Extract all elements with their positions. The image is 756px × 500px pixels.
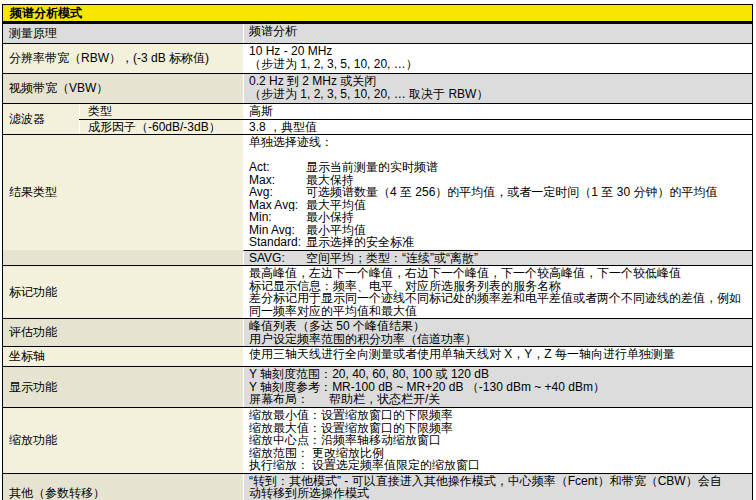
table-row-axes: 坐标轴使用三轴天线进行全向测量或者使用单轴天线对 X，Y，Z 每一轴向进行单独测… xyxy=(3,346,752,366)
filter-subrows: 类型高斯成形因子（-60dB/-3dB）3.8 ，典型值 xyxy=(79,104,752,134)
row-label-text: 坐标轴 xyxy=(9,348,45,365)
spec-line: 屏幕布局：帮助栏，状态栏开/关 xyxy=(249,393,747,406)
row-label: 标记功能 xyxy=(3,266,243,318)
spec-line: 使用三轴天线进行全向测量或者使用单轴天线对 X，Y，Z 每一轴向进行单独测量 xyxy=(249,348,747,361)
spec-term: Y 轴刻度参考： xyxy=(249,381,332,394)
spec-desc: 空间平均；类型：“连续”或“离散” xyxy=(306,252,478,265)
spec-line: Act:显示当前测量的实时频谱 xyxy=(249,161,747,174)
row-label: 结果类型 xyxy=(3,135,243,250)
row-value: SAVG:空间平均；类型：“连续”或“离散” xyxy=(243,250,752,266)
spec-desc: 更改缩放比例 xyxy=(312,447,384,460)
subrow-value: 3.8 ，典型值 xyxy=(243,120,752,135)
filter-subrow: 成形因子（-60dB/-3dB）3.8 ，典型值 xyxy=(79,119,752,135)
spec-line: 标记显示信息：频率、电平、对应所选服务列表的服务名称 xyxy=(249,280,747,293)
subrow-value: 高斯 xyxy=(243,104,752,119)
spec-line: 同一频率对应的平均值和最大值 xyxy=(249,305,747,318)
row-value: “转到：其他模式” - 可以直接进入其他操作模式，中心频率（Fcent）和带宽（… xyxy=(243,474,752,500)
table-row-rbw: 分辨率带宽（RBW），(-3 dB 标称值)10 Hz - 20 MHz（步进为… xyxy=(3,43,752,73)
row-value: 最高峰值，左边下一个峰值，右边下一个峰值，下一个较高峰值，下一个较低峰值标记显示… xyxy=(243,266,752,318)
spec-line: 0.2 Hz 到 2 MHz 或关闭 xyxy=(249,75,747,88)
spec-line: Max Avg:最大平均值 xyxy=(249,199,747,212)
subrow-label: 类型 xyxy=(79,104,243,119)
spec-term: Avg: xyxy=(249,186,306,199)
spec-desc: 显示当前测量的实时频谱 xyxy=(306,161,438,174)
spec-line: （步进为 1, 2, 3, 5, 10, 20, … 取决于 RBW） xyxy=(249,88,747,101)
spec-line: “转到：其他模式” - 可以直接进入其他操作模式，中心频率（Fcent）和带宽（… xyxy=(249,475,747,488)
spec-desc: 设置缩放窗口的下限频率 xyxy=(321,409,453,422)
spec-line: 10 Hz - 20 MHz xyxy=(249,45,747,58)
spec-line: 动转移到所选操作模式 xyxy=(249,487,747,500)
spec-desc: 帮助栏，状态栏开/关 xyxy=(329,393,440,406)
row-value: 0.2 Hz 到 2 MHz 或关闭（步进为 1, 2, 3, 5, 10, 2… xyxy=(243,74,752,103)
row-label: 测量原理 xyxy=(3,24,243,43)
spec-line: 执行缩放：设置选定频率值限定的缩放窗口 xyxy=(249,459,747,472)
spec-line: 频谱分析 xyxy=(249,25,747,38)
spec-line: Avg:可选频谱数量（4 至 256）的平均值，或者一定时间（1 至 30 分钟… xyxy=(249,186,747,199)
row-label: 显示功能 xyxy=(3,367,243,407)
spec-desc: 显示选择的安全标准 xyxy=(306,236,414,249)
row-label-text: 其他（参数转移） xyxy=(9,485,105,500)
filter-subrow: 类型高斯 xyxy=(79,104,752,119)
row-label: 视频带宽（VBW） xyxy=(3,74,243,103)
spec-line: 缩放中心点：沿频率轴移动缩放窗口 xyxy=(249,434,747,447)
row-label: 坐标轴 xyxy=(3,347,243,366)
spec-line: Y 轴刻度范围：20, 40, 60, 80, 100 或 120 dB xyxy=(249,368,747,381)
spec-term: Act: xyxy=(249,161,306,174)
spec-term: 执行缩放： xyxy=(249,459,312,472)
row-label-text: 评估功能 xyxy=(9,324,57,341)
spec-line: 缩放范围：更改缩放比例 xyxy=(249,447,747,460)
spec-line: 缩放最大值：设置缩放窗口的下限频率 xyxy=(249,422,747,435)
table-row-vbw: 视频带宽（VBW）0.2 Hz 到 2 MHz 或关闭（步进为 1, 2, 3,… xyxy=(3,73,752,103)
row-label-text: 视频带宽（VBW） xyxy=(9,80,108,97)
table-title: 频谱分析模式 xyxy=(10,6,82,20)
row-label-text: 缩放功能 xyxy=(9,432,57,449)
table-row-measure: 测量原理频谱分析 xyxy=(3,23,752,43)
row-value: 缩放最小值：设置缩放窗口的下限频率缩放最大值：设置缩放窗口的下限频率缩放中心点：… xyxy=(243,408,752,473)
spec-term: 缩放中心点： xyxy=(249,434,321,447)
spec-desc: 设置缩放窗口的下限频率 xyxy=(321,422,453,435)
row-value: 10 Hz - 20 MHz（步进为 1, 2, 3, 5, 10, 20, …… xyxy=(243,44,752,73)
spec-line: 差分标记用于显示同一个迹线不同标记处的频率差和电平差值或者两个不同迹线的差值，例… xyxy=(249,292,747,305)
spec-line: Min Avg:最小平均值 xyxy=(249,224,747,237)
table-row-display: 显示功能Y 轴刻度范围：20, 40, 60, 80, 100 或 120 dB… xyxy=(3,366,752,407)
spec-line: （步进为 1, 2, 3, 5, 10, 20, …） xyxy=(249,58,747,71)
row-label-text: 分辨率带宽（RBW），(-3 dB 标称值) xyxy=(9,50,209,67)
table-row-results: 结果类型单独选择迹线： Act:显示当前测量的实时频谱Max:最大保持Avg:可… xyxy=(3,134,752,250)
spec-line: 峰值列表（多达 50 个峰值结果） xyxy=(249,320,747,333)
table-row-marker: 标记功能最高峰值，左边下一个峰值，右边下一个峰值，下一个较高峰值，下一个较低峰值… xyxy=(3,265,752,318)
row-label-text: 结果类型 xyxy=(9,184,57,201)
table-row-eval: 评估功能峰值列表（多达 50 个峰值结果）用户设定频率范围的积分功率（信道功率） xyxy=(3,318,752,346)
row-label-text: 测量原理 xyxy=(9,25,57,42)
row-value: 使用三轴天线进行全向测量或者使用单轴天线对 X，Y，Z 每一轴向进行单独测量 xyxy=(243,347,752,366)
spec-desc: 最大保持 xyxy=(306,174,354,187)
spec-term: Y 轴刻度范围： xyxy=(249,368,332,381)
spec-term: Max: xyxy=(249,174,306,187)
spec-line: Max:最大保持 xyxy=(249,174,747,187)
spec-desc: 最小平均值 xyxy=(306,224,366,237)
spec-line: Y 轴刻度参考：MR-100 dB ~ MR+20 dB （-130 dBm ~… xyxy=(249,381,747,394)
row-label: 缩放功能 xyxy=(3,408,243,473)
spec-desc: 设置选定频率值限定的缩放窗口 xyxy=(312,459,480,472)
spec-line: 缩放最小值：设置缩放窗口的下限频率 xyxy=(249,409,747,422)
table-row-savg: SAVG:空间平均；类型：“连续”或“离散” xyxy=(3,250,752,266)
row-label: 滤波器 xyxy=(3,104,79,134)
spec-term: Max Avg: xyxy=(249,199,306,212)
spec-term: Min: xyxy=(249,211,306,224)
row-value: Y 轴刻度范围：20, 40, 60, 80, 100 或 120 dBY 轴刻… xyxy=(243,367,752,407)
spec-line: Standard:显示选择的安全标准 xyxy=(249,236,747,249)
row-label: 评估功能 xyxy=(3,319,243,346)
spec-line: 最高峰值，左边下一个峰值，右边下一个峰值，下一个较高峰值，下一个较低峰值 xyxy=(249,267,747,280)
spec-line: SAVG:空间平均；类型：“连续”或“离散” xyxy=(249,252,747,265)
row-label: 其他（参数转移） xyxy=(3,474,243,500)
row-label xyxy=(3,250,243,266)
spec-term: 缩放最大值： xyxy=(249,422,321,435)
row-label-text: 标记功能 xyxy=(9,284,57,301)
spec-line: 单独选择迹线： xyxy=(249,136,747,149)
spec-desc: 最小保持 xyxy=(306,211,354,224)
spec-desc: MR-100 dB ~ MR+20 dB （-130 dBm ~ +40 dBm… xyxy=(332,381,605,394)
table-row-filter: 滤波器类型高斯成形因子（-60dB/-3dB）3.8 ，典型值 xyxy=(3,103,752,134)
spec-term: SAVG: xyxy=(249,252,306,265)
spec-term: 屏幕布局： xyxy=(249,393,329,406)
spec-table: 频谱分析模式 测量原理频谱分析分辨率带宽（RBW），(-3 dB 标称值)10 … xyxy=(2,4,753,500)
subrow-label: 成形因子（-60dB/-3dB） xyxy=(79,120,243,135)
